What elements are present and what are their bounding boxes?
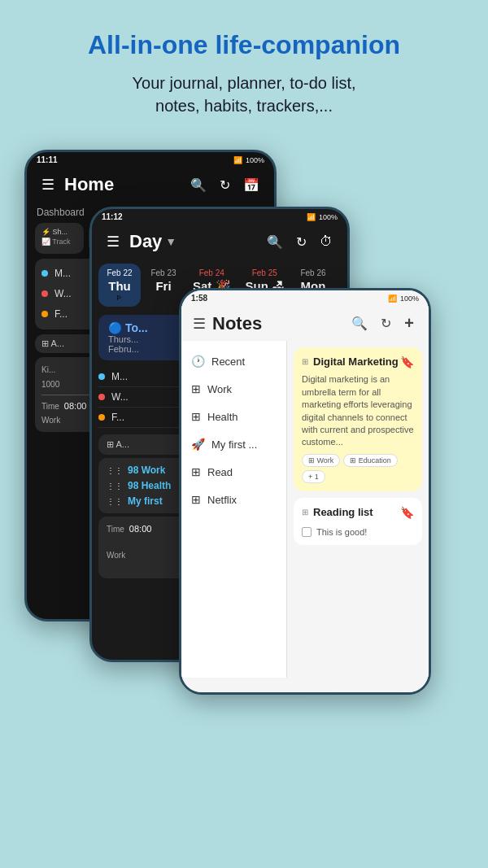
tag-education[interactable]: ⊞ Education bbox=[343, 454, 398, 467]
notes-status-icons: 📶 100% bbox=[388, 294, 419, 303]
day-my-first: My first bbox=[128, 495, 163, 507]
notes-body: 🕐 Recent ⊞ Work ⊞ Health 🚀 My first ... bbox=[181, 341, 429, 678]
day-menu-icon[interactable]: ☰ bbox=[103, 229, 123, 254]
phones-area: 11:11 📶 100% ☰ Home 🔍 ↻ 📅 Dashboard ⚡ Sh… bbox=[0, 133, 488, 727]
home-calendar-icon[interactable]: 📅 bbox=[240, 174, 263, 196]
home-battery: 100% bbox=[246, 156, 264, 164]
note-body-dm: Digital marketing is an umbrella term fo… bbox=[302, 373, 414, 448]
bullet-blue bbox=[41, 270, 48, 277]
day-dots-icon: ⋮⋮ bbox=[107, 466, 123, 475]
notes-menu-icon[interactable]: ☰ bbox=[193, 315, 206, 333]
home-status-icons: 📶 100% bbox=[233, 156, 264, 164]
cal-day-thu[interactable]: Feb 22 Thu 🏳 bbox=[98, 264, 141, 307]
day-bullet-m bbox=[98, 373, 105, 380]
sidebar-work-label: Work bbox=[207, 383, 232, 395]
sidebar-myfirst-label: My first ... bbox=[211, 438, 257, 451]
cal-fri-num: Fri bbox=[155, 279, 171, 293]
day-bullet-w bbox=[98, 394, 105, 400]
day-app-bar: ☰ Day ▼ 🔍 ↻ ⏱ bbox=[92, 225, 347, 259]
home-status-bar: 11:11 📶 100% bbox=[27, 152, 274, 168]
cal-sun-name: Feb 25 bbox=[252, 268, 277, 277]
notes-search-icon[interactable]: 🔍 bbox=[348, 312, 371, 334]
notes-status-bar: 1:58 📶 100% bbox=[181, 290, 429, 306]
note-title-row: ⊞ Digital Marketing bbox=[302, 355, 399, 368]
home-app-bar: ☰ Home 🔍 ↻ 📅 bbox=[27, 168, 274, 202]
note-card-header-dm: ⊞ Digital Marketing 🔖 bbox=[302, 355, 414, 369]
sidebar-item-recent[interactable]: 🕐 Recent bbox=[181, 347, 286, 375]
cal-fri-name: Feb 23 bbox=[150, 268, 176, 277]
note-card-reading[interactable]: ⊞ Reading list 🔖 This is good! bbox=[294, 498, 422, 545]
day-search-icon[interactable]: 🔍 bbox=[264, 231, 286, 253]
time-value: 08:00 bbox=[64, 401, 87, 411]
cal-thu-num: Thu bbox=[108, 279, 131, 293]
day-timer-icon[interactable]: ⏱ bbox=[316, 231, 336, 252]
day-text-f: F... bbox=[111, 412, 124, 423]
notes-signal-icon: 📶 bbox=[388, 294, 397, 303]
day-status-bar: 11:12 📶 100% bbox=[92, 209, 347, 225]
hero-title: All-in-one life-companion bbox=[24, 29, 464, 60]
reading-text-good: This is good! bbox=[316, 527, 367, 537]
myfirst-icon: 🚀 bbox=[191, 438, 205, 451]
day-text-m: M... bbox=[111, 371, 128, 382]
bullet-red bbox=[41, 290, 48, 297]
track-label: ⚡ Sh... bbox=[41, 228, 77, 236]
cal-day-fri[interactable]: Feb 23 Fri bbox=[142, 264, 185, 307]
sidebar-recent-label: Recent bbox=[211, 355, 245, 368]
notes-battery: 100% bbox=[400, 294, 419, 303]
home-item-m: M... bbox=[54, 268, 71, 279]
sidebar-netflix-label: Netflix bbox=[207, 494, 237, 506]
day-dots3-icon: ⋮⋮ bbox=[107, 497, 123, 506]
day-battery: 100% bbox=[319, 213, 338, 221]
day-refresh-icon[interactable]: ↻ bbox=[293, 231, 310, 253]
notes-bg: 1:58 📶 100% ☰ Notes 🔍 ↻ + 🕐 bbox=[181, 290, 429, 692]
home-menu-icon[interactable]: ☰ bbox=[38, 172, 58, 197]
day-bullet-f bbox=[98, 414, 105, 421]
health-icon: ⊞ bbox=[191, 410, 201, 423]
home-a-row: ⊞ A... bbox=[41, 338, 64, 349]
reading-item-good: This is good! bbox=[302, 524, 414, 537]
home-search-icon[interactable]: 🔍 bbox=[187, 174, 210, 196]
home-signal-icon: 📶 bbox=[233, 156, 242, 164]
note-bookmark-dm[interactable]: 🔖 bbox=[400, 355, 414, 369]
sidebar-item-health[interactable]: ⊞ Health bbox=[181, 403, 286, 430]
tag-work[interactable]: ⊞ Work bbox=[302, 454, 340, 467]
hero-subtitle: Your journal, planner, to-do list,notes,… bbox=[24, 72, 464, 117]
notes-main: ⊞ Digital Marketing 🔖 Digital marketing … bbox=[287, 341, 429, 678]
notes-sidebar: 🕐 Recent ⊞ Work ⊞ Health 🚀 My first ... bbox=[181, 341, 287, 678]
sidebar-item-myfirst[interactable]: 🚀 My first ... bbox=[181, 430, 286, 458]
tag-plus1[interactable]: + 1 bbox=[302, 470, 325, 483]
day-chevron-icon: ▼ bbox=[165, 235, 176, 248]
day-dropdown[interactable]: Day ▼ bbox=[129, 231, 257, 252]
sidebar-item-work[interactable]: ⊞ Work bbox=[181, 375, 286, 403]
day-text-w: W... bbox=[111, 391, 129, 403]
note-card-header-rl: ⊞ Reading list 🔖 bbox=[302, 506, 414, 519]
note-title-row-rl: ⊞ Reading list bbox=[302, 506, 373, 518]
sidebar-read-label: Read bbox=[207, 466, 233, 478]
work-icon: ⊞ bbox=[191, 382, 201, 395]
check-box-good[interactable] bbox=[302, 527, 312, 537]
home-item-w: W... bbox=[54, 288, 72, 299]
day-time: 11:12 bbox=[102, 212, 123, 221]
day-signal-icon: 📶 bbox=[307, 213, 316, 221]
day-time-label: Time bbox=[107, 525, 124, 534]
time-label: Time bbox=[41, 402, 59, 411]
day-status-icons: 📶 100% bbox=[307, 213, 338, 221]
sidebar-item-netflix[interactable]: ⊞ Netflix bbox=[181, 486, 286, 513]
notes-refresh-icon[interactable]: ↻ bbox=[377, 312, 394, 334]
sidebar-item-read[interactable]: ⊞ Read bbox=[181, 458, 286, 486]
phone-notes: 1:58 📶 100% ☰ Notes 🔍 ↻ + 🕐 bbox=[179, 288, 431, 695]
home-refresh-icon[interactable]: ↻ bbox=[216, 174, 233, 196]
netflix-icon: ⊞ bbox=[191, 493, 201, 506]
cal-sat-name: Feb 24 bbox=[199, 268, 224, 277]
note-card-digital-marketing[interactable]: ⊞ Digital Marketing 🔖 Digital marketing … bbox=[294, 347, 422, 491]
home-time: 11:11 bbox=[37, 155, 58, 164]
day-98-work: 98 Work bbox=[128, 465, 165, 476]
bullet-orange bbox=[41, 311, 48, 317]
home-item-f: F... bbox=[54, 308, 68, 320]
day-work-label: Work bbox=[107, 551, 125, 560]
home-title: Home bbox=[64, 174, 181, 195]
notes-plus-icon[interactable]: + bbox=[401, 311, 417, 336]
notes-time: 1:58 bbox=[191, 294, 207, 303]
notes-title: Notes bbox=[212, 313, 342, 334]
note-bookmark-rl[interactable]: 🔖 bbox=[400, 506, 414, 519]
